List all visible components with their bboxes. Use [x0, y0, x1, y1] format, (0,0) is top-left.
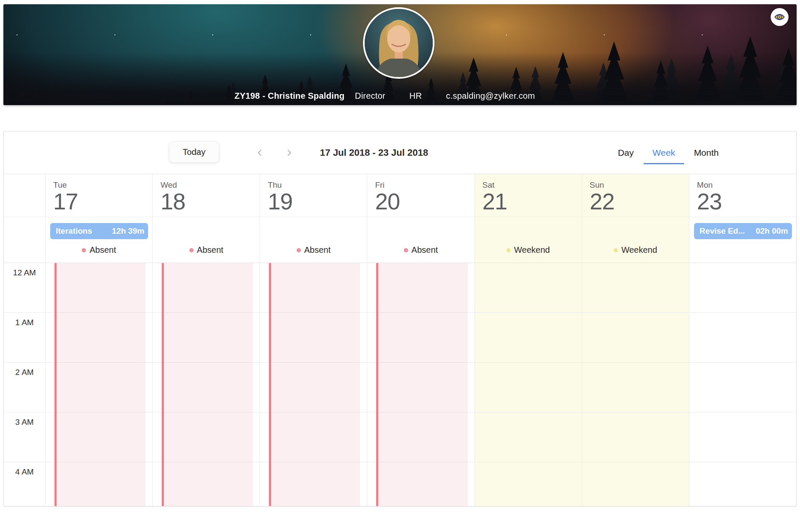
employee-email: c.spalding@zylker.com	[446, 89, 535, 102]
status-label: Absent	[411, 245, 438, 255]
day-header-mon[interactable]: Mon23	[689, 174, 796, 217]
allday-cell-thu: Absent	[260, 217, 367, 263]
event-duration: 12h 39m	[112, 226, 144, 236]
calendar-toolbar: Today 17 Jul 2018 - 23 Jul 2018 DayWeekM…	[4, 132, 796, 174]
hour-label: 4 AM	[4, 467, 45, 477]
profile-info-bar: ZY198 - Christine Spalding Director HR c…	[3, 89, 797, 102]
hour-gutter: 12 AM1 AM2 AM3 AM4 AM	[4, 263, 45, 506]
profile-banner: ZY198 - Christine Spalding Director HR c…	[3, 4, 797, 105]
day-column-mon	[689, 263, 796, 506]
hour-label: 12 AM	[4, 268, 45, 277]
allday-cell-sun: Weekend	[582, 217, 689, 263]
day-number: 18	[160, 190, 260, 212]
day-number: 23	[697, 190, 796, 212]
hour-label: 3 AM	[4, 418, 45, 427]
previous-week-button[interactable]	[252, 145, 268, 161]
employee-name: ZY198 - Christine Spalding	[234, 89, 345, 102]
status-label: Absent	[197, 245, 223, 255]
day-status: Absent	[367, 245, 474, 255]
day-column-thu	[260, 263, 367, 506]
avatar	[363, 7, 434, 79]
weekend-status-dot-icon	[614, 248, 618, 252]
allday-cell-mon: Revise Ed...02h 00m	[689, 217, 796, 263]
allday-cell-fri: Absent	[367, 217, 474, 263]
event-badge[interactable]: Revise Ed...02h 00m	[694, 223, 792, 239]
visibility-toggle-button[interactable]	[771, 8, 789, 26]
absence-block	[269, 263, 360, 506]
employee-role: Director	[355, 89, 386, 102]
day-header-thu[interactable]: Thu19	[260, 174, 367, 217]
day-header-fri[interactable]: Fri20	[367, 174, 474, 217]
day-number: 19	[268, 190, 367, 212]
status-corner-cell	[4, 217, 45, 263]
day-column-wed	[152, 263, 260, 506]
day-status: Weekend	[582, 245, 689, 255]
allday-cell-tue: Iterations12h 39mAbsent	[45, 217, 152, 263]
day-header-tue[interactable]: Tue17	[45, 174, 152, 217]
event-title: Revise Ed...	[700, 226, 745, 236]
hour-label: 2 AM	[4, 368, 45, 377]
header-corner-cell	[4, 174, 45, 217]
day-header-row: Tue17Wed18Thu19Fri20Sat21Sun22Mon23	[4, 174, 796, 217]
absence-block	[162, 263, 253, 506]
day-column-tue	[45, 263, 152, 506]
time-grid: 12 AM1 AM2 AM3 AM4 AM	[4, 263, 796, 506]
absent-status-dot-icon	[297, 248, 301, 252]
today-button[interactable]: Today	[169, 141, 219, 163]
absence-block	[376, 263, 467, 506]
absent-status-dot-icon	[82, 248, 86, 252]
next-week-button[interactable]	[281, 145, 297, 161]
status-label: Absent	[89, 245, 116, 255]
allday-cell-sat: Weekend	[474, 217, 582, 263]
status-label: Weekend	[621, 245, 657, 255]
view-tab-week[interactable]: Week	[652, 148, 675, 158]
view-tab-month[interactable]: Month	[694, 148, 719, 158]
status-label: Weekend	[514, 245, 550, 255]
day-header-sat[interactable]: Sat21	[474, 174, 582, 217]
day-status: Absent	[153, 245, 260, 255]
view-switcher: DayWeekMonth	[618, 132, 719, 174]
day-column-fri	[367, 263, 474, 506]
allday-status-row: Iterations12h 39mAbsentAbsentAbsentAbsen…	[4, 217, 796, 263]
day-status: Absent	[260, 245, 367, 255]
day-number: 17	[53, 190, 152, 212]
absence-block	[54, 263, 146, 506]
day-header-wed[interactable]: Wed18	[152, 174, 260, 217]
allday-cell-wed: Absent	[152, 217, 260, 263]
weekend-status-dot-icon	[506, 248, 511, 252]
hour-label: 1 AM	[4, 318, 45, 327]
absent-status-dot-icon	[189, 248, 194, 252]
day-column-sat	[474, 263, 582, 506]
day-number: 22	[590, 190, 689, 212]
chevron-right-icon	[285, 149, 293, 157]
day-number: 21	[483, 190, 582, 212]
day-status: Absent	[46, 245, 152, 255]
day-column-sun	[582, 263, 689, 506]
event-badge[interactable]: Iterations12h 39m	[50, 223, 148, 239]
view-tab-day[interactable]: Day	[618, 148, 634, 158]
day-header-sun[interactable]: Sun22	[582, 174, 689, 217]
event-title: Iterations	[56, 226, 92, 236]
day-number: 20	[375, 190, 474, 212]
absent-status-dot-icon	[404, 248, 408, 252]
chevron-left-icon	[256, 149, 264, 157]
event-duration: 02h 00m	[756, 226, 788, 236]
attendance-calendar: Today 17 Jul 2018 - 23 Jul 2018 DayWeekM…	[3, 131, 797, 506]
employee-department: HR	[409, 89, 422, 102]
date-range-label: 17 Jul 2018 - 23 Jul 2018	[302, 132, 446, 174]
day-status: Weekend	[475, 245, 582, 255]
eye-icon	[774, 11, 785, 23]
status-label: Absent	[304, 245, 331, 255]
